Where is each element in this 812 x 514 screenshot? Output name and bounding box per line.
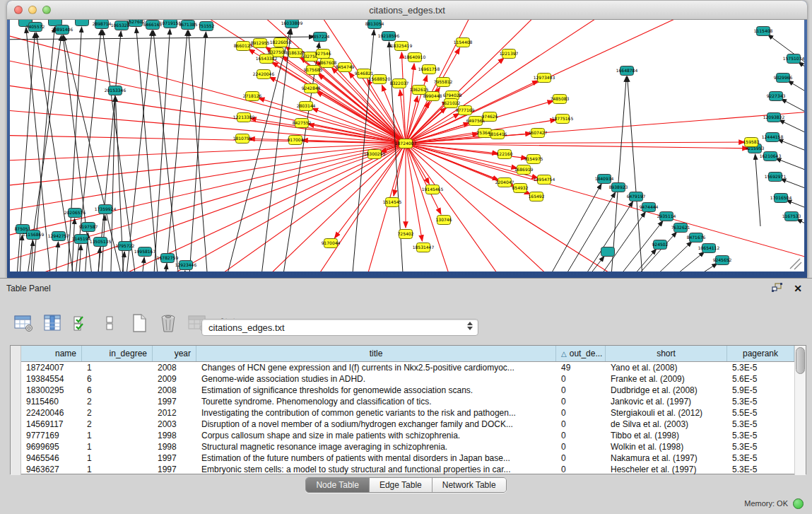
cell-year[interactable]: 1997 — [153, 453, 196, 463]
graph-node-cited-paper[interactable]: 18531447 — [413, 243, 435, 252]
graph-node-paper[interactable]: 12923446 — [175, 261, 197, 270]
graph-node-paper[interactable]: 15751074 — [783, 54, 804, 64]
cell-title[interactable]: Disruption of a novel member of a sodium… — [196, 419, 556, 429]
graph-node-cited-paper[interactable]: 18640910 — [404, 53, 426, 62]
cell-name[interactable]: 18300295 — [21, 385, 82, 395]
tab-edge-table[interactable]: Edge Table — [370, 478, 433, 492]
scrollbar-thumb[interactable] — [796, 347, 805, 374]
tab-node-table[interactable]: Node Table — [306, 478, 370, 492]
cell-year[interactable]: 1998 — [153, 431, 196, 440]
graph-node-paper[interactable]: 20153346 — [105, 86, 126, 95]
cell-title[interactable]: Estimation of the future numbers of pati… — [196, 453, 556, 463]
cell-title[interactable]: Investigating the contribution of common… — [196, 408, 556, 418]
cell-name[interactable]: 9463627 — [21, 465, 82, 474]
cell-year[interactable]: 1997 — [153, 397, 196, 407]
cell-year[interactable]: 2008 — [153, 385, 196, 395]
cell-out_de[interactable]: 0 — [556, 431, 606, 440]
graph-node-cited-paper[interactable]: 1154408 — [454, 38, 473, 47]
cell-short[interactable]: Dudbridge et al. (2008) — [606, 385, 727, 395]
column-header-name[interactable]: name — [21, 346, 82, 361]
cell-in_degree[interactable]: 6 — [82, 374, 153, 384]
column-header-short[interactable]: short — [606, 346, 727, 361]
tab-network-table[interactable]: Network Table — [433, 478, 506, 492]
graph-node-paper[interactable]: 8813054 — [365, 20, 384, 29]
cell-out_de[interactable]: 0 — [556, 374, 606, 384]
graph-node-paper[interactable]: 19218596 — [378, 32, 400, 41]
cell-pagerank[interactable]: 5.3E-5 — [727, 431, 794, 440]
graph-node-paper[interactable]: 11156869 — [23, 230, 45, 240]
graph-node-cited-paper[interactable]: 18775165 — [552, 115, 574, 124]
graph-node-cited-paper[interactable]: 1686919 — [514, 165, 534, 175]
graph-node-paper[interactable]: 13505135 — [90, 238, 112, 247]
column-header-year[interactable]: year — [153, 346, 196, 361]
cell-year[interactable]: 1998 — [153, 442, 196, 452]
cell-short[interactable]: de Silva et al. (2003) — [606, 419, 727, 429]
graph-node-cited-paper[interactable]: 725402 — [398, 230, 414, 239]
graph-node-cited-paper[interactable]: 14954754 — [534, 175, 555, 185]
cell-name[interactable]: 9465546 — [21, 453, 82, 463]
graph-node-cited-paper[interactable]: 9242848 — [302, 84, 321, 93]
cell-short[interactable]: Hescheler et al. (1997) — [606, 465, 727, 474]
cell-out_de[interactable]: 49 — [556, 363, 606, 373]
graph-node-cited-paper[interactable]: 8454749 — [336, 63, 355, 72]
cell-pagerank[interactable]: 5.6E-5 — [727, 374, 794, 384]
cell-short[interactable]: Jankovic et al. (1997) — [606, 397, 727, 407]
graph-node-cited-paper[interactable]: 8912955 — [251, 39, 270, 48]
graph-node-cited-paper[interactable]: 8427552 — [293, 119, 312, 128]
graph-node-cited-paper[interactable]: 974626 — [482, 112, 498, 122]
cell-title[interactable]: Estimation of significance thresholds fo… — [196, 385, 556, 395]
graph-node-paper[interactable]: 1795722 — [116, 242, 135, 251]
cell-title[interactable]: Structural magnetic resonance image aver… — [196, 442, 556, 452]
cell-year[interactable]: 2012 — [153, 408, 196, 418]
unselect-all-columns-button[interactable] — [100, 313, 121, 334]
graph-node-cited-paper[interactable]: 18226058 — [270, 38, 292, 47]
graph-node-paper[interactable]: 8938923 — [609, 183, 628, 192]
cell-short[interactable]: Yano et al. (2008) — [606, 363, 727, 373]
cell-short[interactable]: Wolkin et al. (1998) — [606, 442, 727, 452]
cell-name[interactable]: 9699695 — [21, 442, 82, 452]
cell-title[interactable]: Embryonic stem cells: a model to study s… — [196, 465, 556, 474]
graph-node-cited-paper[interactable]: 9777169 — [456, 106, 475, 115]
graph-node-cited-paper[interactable]: 1810755 — [233, 134, 252, 144]
graph-node-paper[interactable]: 1405572 — [26, 23, 45, 32]
cell-in_degree[interactable]: 2 — [82, 419, 153, 429]
graph-node-paper[interactable]: 1840934 — [595, 175, 614, 184]
graph-node-paper[interactable]: 16033809 — [281, 20, 303, 28]
graph-node-cited-paper[interactable]: 2867608 — [318, 59, 337, 68]
graph-node-paper[interactable]: 1167533 — [782, 212, 801, 221]
graph-node-paper[interactable]: 12093832 — [763, 113, 785, 122]
table-row[interactable]: 946362711997Embryonic stem cells: a mode… — [21, 464, 794, 475]
table-row[interactable]: 1938455462009Genome-wide association stu… — [21, 373, 794, 385]
graph-node-cited-paper[interactable]: 1221397 — [500, 49, 519, 59]
graph-node-paper[interactable]: 2898714 — [93, 20, 112, 29]
graph-node-paper[interactable]: 12942757 — [48, 232, 70, 241]
graph-node-cited-paper[interactable]: 12213389 — [233, 113, 255, 122]
graph-node-cited-paper[interactable]: 1816416 — [488, 130, 507, 139]
graph-node-paper[interactable]: 9245652 — [713, 256, 732, 265]
select-all-columns-button[interactable] — [71, 313, 92, 334]
cell-short[interactable]: Tibbo et al. (1998) — [606, 431, 727, 440]
table-row[interactable]: 1830029562008Estimation of significance … — [21, 385, 794, 396]
graph-node-cited-paper[interactable]: 18325419 — [391, 42, 413, 51]
cell-out_de[interactable]: 0 — [556, 442, 606, 452]
cell-in_degree[interactable]: 2 — [82, 408, 153, 418]
graph-node-cited-paper[interactable]: 8990448 — [423, 92, 442, 101]
cell-short[interactable]: Stergiakouli et al. (2012) — [606, 408, 727, 418]
cell-in_degree[interactable]: 1 — [82, 442, 153, 452]
graph-node-cited-paper[interactable]: 15688520 — [369, 75, 391, 84]
cell-name[interactable]: 19384554 — [21, 374, 82, 384]
cell-pagerank[interactable]: 5.5E-5 — [727, 408, 794, 418]
graph-node-cited-paper[interactable]: 9154975 — [524, 155, 543, 164]
graph-node-paper[interactable]: 1145194 — [72, 235, 91, 244]
graph-node-cited-paper[interactable]: 122160 — [497, 150, 513, 159]
graph-node-paper[interactable]: 9197587 — [79, 223, 98, 232]
cell-title[interactable]: Genome-wide association studies in ADHD. — [196, 374, 556, 384]
graph-node-paper[interactable]: 20891406 — [52, 25, 73, 35]
cell-year[interactable]: 1997 — [153, 465, 196, 474]
table-mode-button[interactable] — [13, 313, 34, 334]
table-row[interactable]: 2242004622012Investigating the contribut… — [21, 407, 794, 419]
cell-pagerank[interactable]: 5.3E-5 — [727, 419, 794, 429]
graph-node-cited-paper[interactable]: 16543382 — [256, 54, 278, 64]
graph-node-cited-paper[interactable]: 130746 — [436, 216, 452, 225]
graph-node-cited-paper[interactable]: 9175685 — [304, 66, 323, 75]
